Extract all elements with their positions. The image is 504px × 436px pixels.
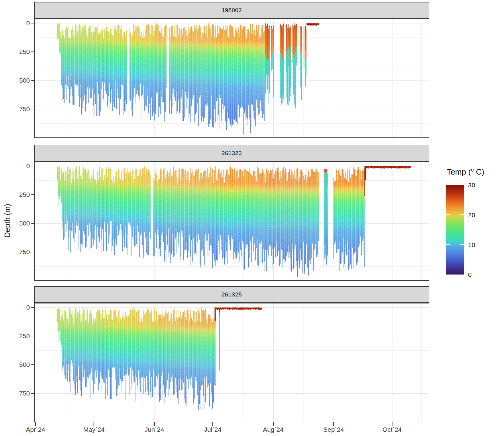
legend-title-close: C) (476, 167, 484, 176)
legend-tick-label: 30 (468, 182, 475, 188)
facet-strip-261323: 261323 (34, 145, 429, 161)
facet-strip-label: 261323 (222, 150, 242, 157)
panel-canvas-261323 (34, 161, 429, 281)
y-tick-label: 750 (9, 249, 30, 255)
facet-strip-261325: 261325 (34, 286, 429, 303)
x-tick-mark (273, 422, 274, 426)
degree-symbol: o (471, 167, 474, 172)
x-tick-label: May`24 (73, 426, 115, 433)
depth-temperature-profile-figure: Depth (m) Temp (o C) 1980020250500750261… (0, 0, 504, 436)
y-tick-label: 500 (9, 361, 30, 368)
y-tick-label: 0 (9, 304, 30, 311)
legend-tick-label: 10 (468, 242, 475, 248)
x-tick-mark (154, 422, 155, 426)
y-tick-label: 0 (9, 163, 30, 169)
y-tick-mark (31, 223, 34, 224)
x-tick-mark (392, 422, 392, 426)
x-tick-label: Oct`24 (371, 426, 413, 433)
y-tick-label: 750 (9, 390, 30, 397)
y-tick-label: 0 (9, 20, 30, 27)
y-tick-mark (31, 109, 34, 109)
panel-canvas-261325 (34, 303, 429, 422)
y-tick-label: 500 (9, 77, 30, 84)
y-tick-mark (31, 51, 34, 52)
facet-strip-198002: 198002 (34, 2, 429, 19)
x-tick-mark (94, 422, 94, 426)
y-tick-mark (31, 307, 34, 308)
y-tick-mark (31, 166, 34, 166)
y-tick-mark (31, 80, 34, 81)
x-tick-mark (212, 422, 213, 426)
facet-strip-label: 198002 (222, 7, 242, 14)
y-tick-mark (31, 252, 34, 252)
y-tick-mark (31, 393, 34, 394)
legend-tick-label: 20 (468, 212, 475, 218)
y-tick-label: 750 (9, 106, 30, 112)
x-tick-label: Sep`24 (312, 426, 355, 433)
x-tick-mark (333, 422, 334, 426)
y-tick-mark (31, 336, 34, 336)
panel-canvas-198002 (34, 19, 429, 138)
x-tick-label: Jul`24 (191, 426, 234, 433)
legend-title: Temp (o C) (447, 167, 484, 177)
legend-colorbar (446, 185, 464, 275)
y-tick-mark (31, 23, 34, 23)
y-tick-mark (31, 364, 34, 365)
y-tick-label: 250 (9, 48, 30, 55)
y-tick-label: 250 (9, 333, 30, 339)
x-tick-label: Aug`24 (252, 426, 295, 433)
facet-strip-label: 261325 (222, 291, 242, 298)
x-tick-label: Jun`24 (133, 426, 176, 433)
y-tick-label: 250 (9, 191, 30, 198)
legend-title-word: Temp (447, 167, 466, 176)
y-tick-mark (31, 194, 34, 195)
y-tick-label: 500 (9, 220, 30, 227)
x-tick-label: Apr`24 (14, 426, 57, 433)
legend-tick-label: 0 (468, 271, 472, 278)
x-tick-mark (35, 422, 36, 426)
